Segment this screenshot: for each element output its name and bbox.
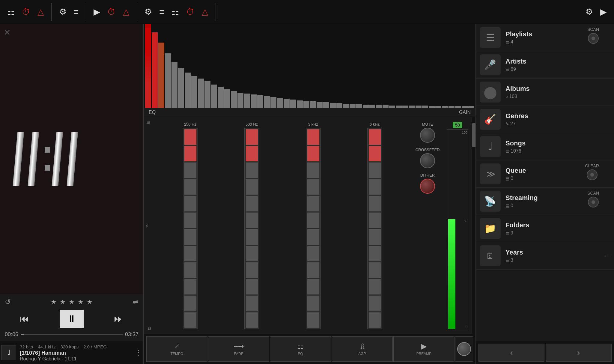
play-icon-toolbar[interactable]: ▶ bbox=[94, 7, 100, 17]
progress-bar[interactable] bbox=[21, 334, 123, 335]
settings-icon-right[interactable]: ⚙ bbox=[586, 7, 593, 17]
svg-rect-0 bbox=[13, 132, 24, 186]
spectrum-analyzer bbox=[144, 24, 475, 108]
bitrate: 320 kbps bbox=[60, 344, 79, 349]
settings-icon-left[interactable]: ⚙ bbox=[59, 7, 67, 17]
playlists-scan-label: SCAN bbox=[587, 27, 599, 32]
queue-icon: ≫ bbox=[480, 163, 501, 184]
spectrum-bar-28 bbox=[330, 103, 336, 108]
library-item-queue[interactable]: ≫ Queue ▤ 0 CLEAR bbox=[476, 160, 614, 188]
stars-row: ↺ ★ ★ ★ ★ ★ ⇌ bbox=[5, 297, 139, 307]
next-button[interactable]: ⏭ bbox=[114, 313, 124, 324]
prev-button[interactable]: ⏮ bbox=[20, 313, 29, 324]
spectrum-bar-47 bbox=[455, 106, 461, 108]
spectrum-bar-4 bbox=[171, 62, 177, 108]
eq-icon-mid[interactable]: ⚏ bbox=[171, 7, 179, 17]
genres-count: ✎ 27 bbox=[505, 121, 610, 127]
svg-rect-3 bbox=[45, 165, 50, 171]
spectrum-bar-38 bbox=[396, 106, 402, 108]
eq-slider-6khz[interactable] bbox=[367, 128, 382, 329]
playlists-scan-button[interactable]: SCAN bbox=[587, 27, 599, 44]
track-title[interactable]: [1/1076] Hanuman bbox=[20, 350, 131, 356]
settings-icon-mid[interactable]: ⚙ bbox=[145, 7, 152, 17]
clock-display: ✕ bbox=[0, 24, 143, 294]
spectrum-bar-27 bbox=[323, 102, 329, 108]
years-more-button[interactable]: ⋯ bbox=[604, 252, 610, 259]
spectrum-bar-15 bbox=[244, 94, 250, 108]
eq-icon[interactable]: ⚏ bbox=[7, 7, 15, 17]
spectrum-bar-9 bbox=[204, 81, 210, 108]
time-current: 00:06 bbox=[5, 331, 18, 338]
play-icon-right[interactable]: ▶ bbox=[600, 7, 607, 17]
rating-stars: ★ ★ ★ ★ ★ bbox=[51, 298, 92, 306]
clock-icon-left[interactable]: ⏱ bbox=[22, 7, 30, 17]
repeat-button[interactable]: ↺ bbox=[5, 298, 11, 306]
track-more-button[interactable]: ⋮ bbox=[135, 348, 142, 357]
spectrum-bar-46 bbox=[449, 106, 455, 108]
star-4[interactable]: ★ bbox=[78, 298, 83, 306]
time-total: 03:37 bbox=[125, 331, 139, 338]
clock-icon-mid2[interactable]: ⏱ bbox=[186, 7, 195, 17]
crossfeed-knob[interactable] bbox=[420, 153, 435, 168]
star-2[interactable]: ★ bbox=[60, 298, 65, 306]
eq-slider-500hz[interactable] bbox=[244, 128, 259, 329]
spectrum-bar-31 bbox=[350, 104, 356, 108]
years-count-value: 3 bbox=[511, 258, 513, 263]
close-button[interactable]: ✕ bbox=[4, 28, 10, 37]
list-icon-left[interactable]: ≡ bbox=[74, 7, 79, 17]
eq-slider-3khz[interactable] bbox=[306, 128, 321, 329]
dither-knob[interactable] bbox=[420, 179, 435, 194]
queue-clear-circle[interactable] bbox=[587, 169, 598, 180]
spectrum-bar-26 bbox=[317, 102, 323, 108]
toolbar-left-section: ⚏ ⏱ △ bbox=[0, 7, 51, 17]
library-item-folders[interactable]: 📁 Folders ▤ 9 bbox=[476, 215, 614, 242]
star-5[interactable]: ★ bbox=[87, 298, 92, 306]
fade-icon: ⟿ bbox=[234, 342, 244, 351]
streaming-scan-button[interactable]: SCAN bbox=[587, 191, 599, 207]
clip-indicator bbox=[145, 24, 151, 108]
eq-scrollbar[interactable] bbox=[472, 117, 475, 334]
library-item-artists[interactable]: 🎤 Artists ▤ 69 bbox=[476, 51, 614, 79]
dither-control: DITHER bbox=[420, 173, 435, 194]
streaming-scan-circle[interactable] bbox=[588, 197, 599, 207]
fade-button[interactable]: ⟿ FADE bbox=[208, 336, 269, 362]
alert-icon-mid[interactable]: △ bbox=[123, 7, 130, 17]
preamp-button[interactable]: ▶ PREAMP bbox=[393, 336, 455, 362]
clock-icon-mid[interactable]: ⏱ bbox=[107, 7, 116, 17]
pause-button[interactable]: ⏸ bbox=[60, 310, 84, 328]
songs-count-value: 1076 bbox=[511, 148, 521, 154]
preamp-knob[interactable] bbox=[457, 342, 471, 356]
playlists-scan-circle[interactable] bbox=[588, 33, 599, 44]
library-item-streaming[interactable]: 📡 Streaming ▤ 0 SCAN bbox=[476, 188, 614, 215]
shuffle-button[interactable]: ⇌ bbox=[133, 298, 139, 306]
star-1[interactable]: ★ bbox=[51, 298, 56, 306]
library-item-years[interactable]: 🗓 Years ▤ 3 ⋯ bbox=[476, 242, 614, 270]
mute-knob[interactable] bbox=[420, 128, 435, 143]
tempo-button[interactable]: ⟋ TEMPO bbox=[146, 336, 207, 362]
fade-label: FADE bbox=[234, 352, 243, 356]
folders-count-icon: ▤ bbox=[505, 231, 509, 235]
eq-band-6khz-label: 6 kHz bbox=[370, 122, 380, 127]
star-3[interactable]: ★ bbox=[69, 298, 74, 306]
songs-count: ▤ 1076 bbox=[505, 148, 610, 154]
eq-button[interactable]: ⚏ EQ bbox=[270, 336, 331, 362]
alert-icon-left[interactable]: △ bbox=[37, 7, 44, 17]
library-item-songs[interactable]: ♩ Songs ▤ 1076 bbox=[476, 133, 614, 160]
streaming-icon: 📡 bbox=[480, 191, 501, 212]
library-next-button[interactable]: › bbox=[546, 344, 612, 362]
library-item-genres[interactable]: 🎸 Genres ✎ 27 bbox=[476, 106, 614, 133]
eq-bottom-label: EQ bbox=[298, 352, 303, 356]
library-prev-button[interactable]: ‹ bbox=[478, 344, 544, 362]
alert-icon-mid2[interactable]: △ bbox=[202, 7, 208, 17]
eq-slider-250hz[interactable] bbox=[183, 128, 198, 329]
years-icon: 🗓 bbox=[480, 245, 501, 266]
list-icon-mid[interactable]: ≡ bbox=[159, 7, 164, 17]
library-item-playlists[interactable]: ☰ Playlists ▤ 4 SCAN bbox=[476, 24, 614, 51]
agp-button[interactable]: ⧚ AGP bbox=[332, 336, 393, 362]
folders-count-value: 9 bbox=[511, 230, 513, 236]
queue-clear-button[interactable]: CLEAR bbox=[585, 163, 599, 180]
library-item-albums[interactable]: ⬤ Albums ○ 103 bbox=[476, 79, 614, 106]
spectrum-bar-1 bbox=[152, 32, 158, 108]
gain-scale-100: 100 bbox=[462, 131, 467, 134]
scale-bottom: -18 bbox=[146, 327, 155, 330]
